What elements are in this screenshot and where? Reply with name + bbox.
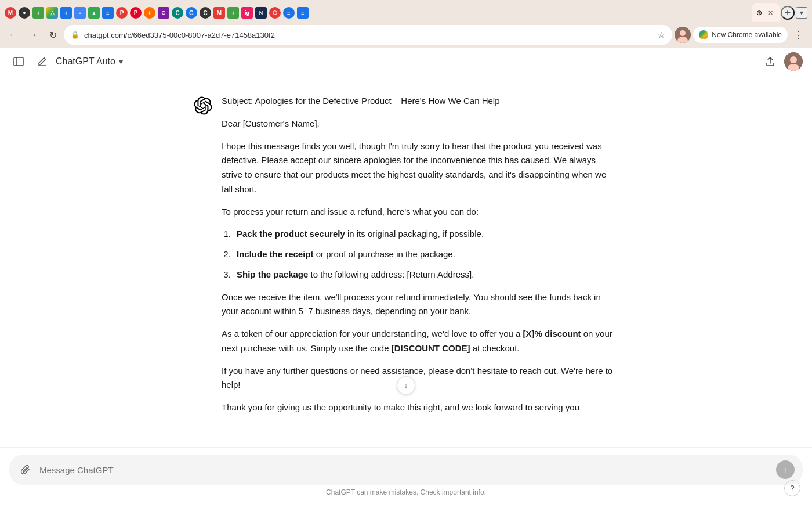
tab-favicon-docs[interactable]: ≡	[74, 7, 86, 19]
new-chrome-label: New Chrome available	[712, 31, 782, 39]
edit-icon	[37, 56, 47, 67]
greeting-text: Dear [Customer's Name],	[222, 118, 320, 128]
footer-disclaimer: ChatGPT can make mistakes. Check importa…	[9, 485, 803, 501]
app-toolbar: ChatGPT Auto ▾	[0, 48, 812, 75]
refund-info-text: Once we receive the item, we'll process …	[222, 292, 601, 316]
forward-button[interactable]: →	[24, 26, 42, 44]
tab-favicon-pinterest1[interactable]: P	[116, 7, 128, 19]
assistant-message: Subject: Apologies for the Defective Pro…	[194, 94, 618, 423]
tab-bar: M ● + △ + ≡ ▲ ≡ P P + G C G C M + ig N ⬡…	[0, 0, 812, 22]
message-body: Subject: Apologies for the Defective Pro…	[222, 94, 618, 423]
svg-point-7	[790, 56, 797, 63]
tab-favicon-10[interactable]: +	[144, 7, 155, 19]
tab-close-button[interactable]: ✕	[766, 8, 775, 17]
more-options-button[interactable]: ⋮	[790, 26, 807, 44]
tab-favicon-14[interactable]: C	[200, 7, 211, 19]
discount-code-bold-text: [DISCOUNT CODE]	[392, 343, 470, 353]
step-1-bold: Pack the product securely	[237, 229, 345, 239]
chatgpt-avatar	[194, 96, 212, 115]
input-area: ↑ ChatGPT can make mistakes. Check impor…	[0, 447, 812, 508]
attach-icon	[20, 464, 31, 475]
tab-favicon-7[interactable]: ▲	[88, 7, 100, 19]
tab-favicon-12[interactable]: C	[172, 7, 183, 19]
url-input[interactable]	[84, 31, 653, 39]
scroll-down-button[interactable]: ↓	[397, 376, 415, 395]
tab-favicon-18[interactable]: ⬡	[269, 7, 281, 19]
disclaimer-text: ChatGPT can make mistakes. Check importa…	[326, 488, 486, 496]
svg-rect-3	[14, 57, 23, 66]
help-button[interactable]: ?	[784, 480, 800, 496]
tab-favicon-16[interactable]: ig	[241, 7, 253, 19]
nav-right-controls: New Chrome available ⋮	[675, 26, 807, 44]
subject-line: Subject: Apologies for the Defective Pro…	[222, 96, 500, 106]
sidebar-icon	[13, 56, 24, 67]
attach-button[interactable]	[17, 462, 34, 478]
tab-favicon-drive[interactable]: △	[46, 7, 58, 19]
tab-favicon-19[interactable]: ≡	[283, 7, 295, 19]
tab-favicon-8[interactable]: ≡	[102, 7, 114, 19]
share-icon	[765, 56, 775, 67]
step-2-bold: Include the receipt	[237, 249, 314, 259]
browser-chrome: M ● + △ + ≡ ▲ ≡ P P + G C G C M + ig N ⬡…	[0, 0, 812, 48]
step-3-bold: Ship the package	[237, 269, 308, 279]
app-title: ChatGPT Auto	[56, 56, 115, 67]
discount-bold-text: [X]% discount	[523, 329, 581, 338]
new-tab-button[interactable]: +	[781, 6, 795, 20]
lock-icon: 🔒	[71, 31, 79, 39]
steps-list: Pack the product securely in its origina…	[222, 227, 618, 282]
tab-favicon-2[interactable]: ●	[19, 7, 30, 19]
step-3-rest: to the following address: [Return Addres…	[308, 269, 474, 279]
new-chrome-icon	[699, 30, 708, 39]
help-text: If you have any further questions or nee…	[222, 366, 612, 390]
share-button[interactable]	[761, 52, 780, 71]
title-chevron-icon: ▾	[119, 57, 123, 66]
tab-list-button[interactable]: ▾	[796, 7, 807, 19]
tab-favicon-11[interactable]: G	[158, 7, 169, 19]
input-box: ↑	[9, 455, 803, 485]
step-3: Ship the package to the following addres…	[233, 268, 618, 282]
process-intro-text: To process your return and issue a refun…	[222, 207, 478, 217]
discount-offer-text: As a token of our appreciation for your …	[222, 329, 523, 338]
active-tab-favicon: ⊕	[756, 9, 762, 17]
active-tab[interactable]: ⊕ ✕	[752, 3, 780, 22]
svg-point-1	[680, 30, 686, 36]
tab-favicon-17[interactable]: N	[255, 7, 267, 19]
tab-favicon-15[interactable]: +	[227, 7, 239, 19]
user-avatar[interactable]	[675, 27, 691, 43]
tab-favicon-13[interactable]: G	[186, 7, 197, 19]
tab-favicon-pinterest2[interactable]: P	[130, 7, 142, 19]
message-input[interactable]	[39, 465, 770, 475]
intro-text: I hope this message finds you well, thou…	[222, 141, 606, 194]
bookmark-icon[interactable]: ☆	[658, 30, 665, 39]
closing-text: Thank you for giving us the opportunity …	[222, 402, 579, 412]
address-bar[interactable]: 🔒 ☆	[64, 25, 672, 45]
step-1-rest: in its original packaging, if possible.	[345, 229, 484, 239]
main-content: Subject: Apologies for the Defective Pro…	[0, 75, 812, 447]
tab-favicon-gmail2[interactable]: M	[213, 7, 225, 19]
sidebar-toggle-button[interactable]	[9, 52, 28, 71]
send-button[interactable]: ↑	[776, 460, 795, 479]
send-icon: ↑	[784, 465, 788, 474]
tab-favicon-3[interactable]: +	[32, 7, 44, 19]
toolbar-avatar[interactable]	[784, 52, 803, 71]
new-chrome-button[interactable]: New Chrome available	[693, 27, 788, 43]
refresh-button[interactable]: ↻	[44, 26, 61, 44]
new-chat-button[interactable]	[32, 52, 51, 71]
tab-favicon-20[interactable]: ≡	[297, 7, 309, 19]
back-button[interactable]: ←	[5, 26, 22, 44]
step-2: Include the receipt or proof of purchase…	[233, 247, 618, 262]
scroll-down-icon: ↓	[404, 381, 408, 390]
tab-favicon-5[interactable]: +	[60, 7, 72, 19]
help-icon: ?	[790, 484, 795, 493]
discount-code-rest-text: at checkout.	[470, 343, 519, 353]
app-title-container[interactable]: ChatGPT Auto ▾	[56, 56, 123, 67]
tab-icons-row: M ● + △ + ≡ ▲ ≡ P P + G C G C M + ig N ⬡…	[5, 7, 751, 19]
tab-favicon-gmail[interactable]: M	[5, 7, 16, 19]
step-1: Pack the product securely in its origina…	[233, 227, 618, 242]
navigation-bar: ← → ↻ 🔒 ☆ New Chrome available ⋮	[0, 22, 812, 48]
step-2-rest: or proof of purchase in the package.	[314, 249, 455, 259]
